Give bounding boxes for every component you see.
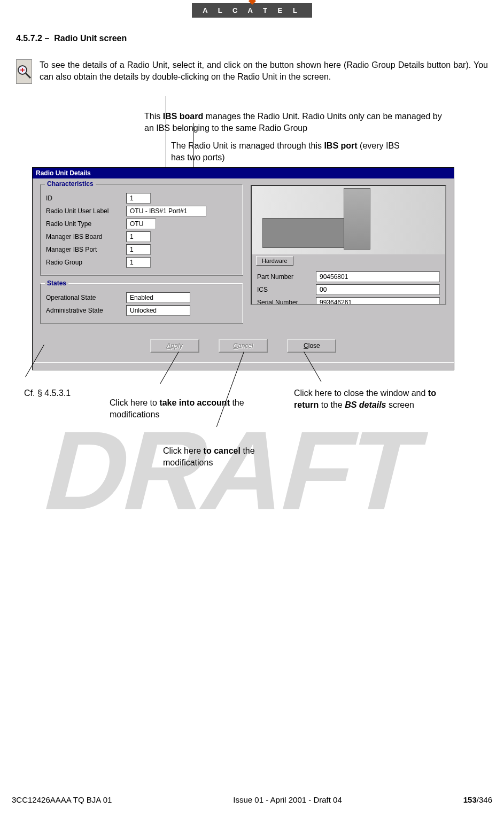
callouts-above: This IBS board manages the Radio Unit. R… [144, 111, 488, 163]
board-label: Manager IBS Board [46, 233, 126, 240]
callout-close-mid: to the [319, 400, 345, 409]
apply-button[interactable]: Apply [150, 339, 199, 353]
page-footer: 3CC12426AAAA TQ BJA 01 Issue 01 - April … [12, 795, 492, 804]
logo-diamond-icon [248, 0, 255, 5]
hardware-tab[interactable]: Hardware [256, 256, 293, 266]
footer-page: 153/346 [463, 795, 492, 804]
callout-apply-pre: Click here to [110, 398, 159, 407]
callout-ibs-port-bold: IBS port [324, 141, 357, 150]
hardware-image [252, 186, 445, 254]
callout-cancel: Click here to cancel the modifications [163, 445, 275, 468]
callout-ibs-board-pre: This [144, 112, 163, 121]
alcatel-logo: A L C A T E L [192, 3, 312, 18]
opstate-label: Operational State [46, 294, 126, 301]
dialog-statusbar [33, 362, 454, 370]
ics-label: ICS [257, 286, 316, 293]
magnifier-icon [16, 59, 32, 84]
right-panel: Hardware Part Number90456801 ICS00 Seria… [251, 185, 446, 305]
callouts-below: Cf. § 4.5.3.1 Click here to take into ac… [32, 385, 488, 487]
states-title: States [45, 279, 68, 287]
callout-ibs-board-bold: IBS board [163, 112, 204, 121]
intro-row: To see the details of a Radio Unit, sele… [16, 59, 488, 84]
type-label: Radio Unit Type [46, 220, 126, 228]
callout-close: Click here to close the window and to re… [294, 387, 454, 410]
dialog-wrapper: Radio Unit Details Characteristics ID1 R… [32, 167, 488, 487]
logo-text: A L C A T E L [203, 6, 301, 14]
admstate-label: Administrative State [46, 307, 126, 314]
callout-ibs-port-pre: The Radio Unit is managed through this [171, 141, 324, 150]
hardware-image-shape [262, 218, 356, 248]
characteristics-title: Characteristics [45, 180, 96, 188]
admstate-field[interactable]: Unlocked [126, 305, 190, 316]
callout-ibs-board: This IBS board manages the Radio Unit. R… [144, 111, 449, 134]
footer-issue: Issue 01 - April 2001 - Draft 04 [233, 795, 342, 804]
button-row: Apply Cancel Close [40, 331, 446, 353]
partnum-field[interactable]: 90456801 [316, 271, 440, 282]
hardware-image-shape [344, 188, 370, 250]
partnum-label: Part Number [257, 273, 316, 281]
serial-label: Serial Number [257, 299, 316, 305]
serial-field[interactable]: 993646261 [316, 297, 440, 305]
callout-cancel-bold: to cancel [204, 446, 241, 455]
footer-docref: 3CC12426AAAA TQ BJA 01 [12, 795, 112, 804]
callout-crossref: Cf. § 4.5.3.1 [24, 387, 104, 399]
svg-line-1 [26, 73, 30, 78]
close-button[interactable]: Close [287, 339, 336, 353]
id-field[interactable]: 1 [126, 193, 151, 204]
callout-close-post: screen [386, 400, 414, 409]
userlabel-field[interactable]: OTU - IBS#1 Port#1 [126, 206, 206, 216]
section-heading: 4.5.7.2 – Radio Unit screen [16, 34, 488, 43]
cancel-button[interactable]: Cancel [219, 339, 268, 353]
board-field[interactable]: 1 [126, 231, 151, 242]
dialog-body: Characteristics ID1 Radio Unit User Labe… [33, 178, 454, 362]
callout-apply: Click here to take into account the modi… [110, 397, 249, 420]
callout-close-bold2: BS details [345, 400, 386, 409]
callout-close-pre: Click here to close the window and [294, 388, 428, 398]
type-field[interactable]: OTU [126, 219, 156, 229]
group-field[interactable]: 1 [126, 257, 151, 268]
states-group: States Operational StateEnabled Administ… [40, 283, 243, 324]
logo-container: A L C A T E L [16, 0, 488, 18]
opstate-field[interactable]: Enabled [126, 292, 190, 303]
section-number: 4.5.7.2 – [16, 34, 49, 43]
group-label: Radio Group [46, 259, 126, 266]
userlabel-label: Radio Unit User Label [46, 207, 126, 215]
id-label: ID [46, 195, 126, 202]
callout-ibs-port: The Radio Unit is managed through this I… [171, 140, 406, 163]
port-field[interactable]: 1 [126, 244, 151, 255]
ics-field[interactable]: 00 [316, 284, 440, 295]
port-label: Manager IBS Port [46, 246, 126, 253]
intro-text: To see the details of a Radio Unit, sele… [40, 59, 488, 84]
callout-apply-bold: take into account [159, 398, 230, 407]
section-title: Radio Unit screen [54, 34, 127, 43]
radio-unit-details-dialog: Radio Unit Details Characteristics ID1 R… [32, 167, 454, 370]
dialog-titlebar: Radio Unit Details [33, 168, 454, 178]
callout-cancel-pre: Click here [163, 446, 204, 455]
characteristics-group: Characteristics ID1 Radio Unit User Labe… [40, 184, 243, 276]
